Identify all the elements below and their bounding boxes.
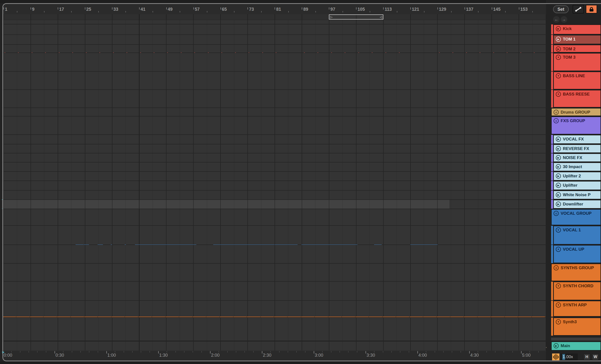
play-icon[interactable]: ▶: [556, 202, 561, 207]
track-header-bass-line[interactable]: ▼BASS LINE: [553, 72, 601, 89]
play-icon[interactable]: ▶: [556, 183, 561, 188]
track-header-drums-group[interactable]: ≡Drums GROUP: [551, 108, 601, 116]
width-zoom-button[interactable]: W: [592, 353, 599, 360]
track-header-main[interactable]: ▶Main: [551, 342, 601, 351]
track-header-synth3[interactable]: ▼Synth3: [553, 318, 601, 336]
forward-button[interactable]: →: [561, 16, 567, 23]
track-lane[interactable]: [2, 336, 546, 341]
play-icon[interactable]: ▶: [554, 343, 559, 348]
track-header-tom-1[interactable]: ▶TOM 1: [553, 35, 601, 44]
group-color-strip: [551, 162, 553, 171]
window-top-strip: [0, 0, 601, 3]
fold-icon[interactable]: ▼: [556, 319, 561, 324]
track-header-uplifter[interactable]: ▶Uplifter: [553, 181, 601, 190]
group-icon[interactable]: ≡: [554, 265, 559, 270]
track-lane[interactable]: [2, 342, 546, 351]
play-icon[interactable]: ▶: [556, 155, 561, 160]
track-header-vocal-up[interactable]: ▼VOCAL UP: [553, 245, 601, 263]
track-header-synths-group[interactable]: ≡SYNTHS GROUP: [551, 264, 601, 281]
track-header-white-noise-p[interactable]: ▶White Noise P: [553, 191, 601, 199]
height-zoom-button[interactable]: H: [583, 353, 590, 360]
track-header-bass-reese[interactable]: ▼BASS REESE: [553, 90, 601, 107]
track-lane[interactable]: [2, 209, 546, 225]
play-icon[interactable]: ▶: [556, 146, 561, 151]
track-header-reverse-fx[interactable]: ▶REVERSE FX: [553, 144, 601, 153]
panel-spacer: [551, 338, 601, 341]
play-icon[interactable]: ▶: [556, 192, 561, 197]
track-lane[interactable]: [2, 226, 546, 245]
track-name: VOCAL UP: [563, 247, 584, 252]
waveform-toggle-button[interactable]: [552, 353, 559, 360]
track-lane[interactable]: [2, 72, 546, 89]
track-lane[interactable]: [2, 301, 546, 317]
time-minor-tick: [11, 351, 11, 353]
track-header-fxs-group[interactable]: ≡FXS GROUP: [551, 117, 601, 134]
back-button[interactable]: ←: [553, 16, 560, 23]
track-lane[interactable]: [2, 108, 546, 116]
track-lane[interactable]: [2, 117, 546, 134]
track-lane[interactable]: [2, 318, 546, 336]
track-header-downlifter[interactable]: ▶Downlifter: [553, 200, 601, 209]
track-lane[interactable]: [2, 53, 546, 71]
bar-minor-tick: [370, 11, 370, 12]
time-tick: [55, 351, 55, 353]
group-icon[interactable]: ≡: [554, 211, 559, 216]
group-icon[interactable]: ≡: [554, 118, 559, 123]
play-icon[interactable]: ▶: [556, 164, 561, 169]
track-lane[interactable]: [2, 181, 546, 190]
track-lane[interactable]: [2, 144, 546, 153]
track-header-synth-chord[interactable]: ▼SYNTH CHORD: [553, 282, 601, 300]
scrub-area[interactable]: [2, 14, 546, 20]
lock-button[interactable]: [586, 5, 597, 13]
play-icon[interactable]: ▶: [556, 26, 561, 31]
track-header-vocal-1[interactable]: ▼VOCAL 1: [553, 226, 601, 245]
play-icon[interactable]: ▶: [556, 46, 561, 52]
track-lane[interactable]: [2, 153, 546, 162]
group-icon[interactable]: ≡: [554, 110, 559, 115]
track-lane[interactable]: [2, 191, 546, 199]
fold-icon[interactable]: ▼: [556, 73, 561, 78]
play-icon[interactable]: ▶: [556, 173, 561, 179]
track-lane[interactable]: [2, 282, 546, 300]
bar-tick: [465, 7, 465, 10]
track-name: 30 Impact: [563, 164, 582, 169]
track-header-uplifter-2[interactable]: ▶Uplifter 2: [553, 172, 601, 181]
group-color-strip: [551, 200, 553, 209]
fold-icon[interactable]: ▼: [556, 55, 561, 60]
track-lane[interactable]: [2, 162, 546, 171]
track-header-tom-3[interactable]: ▼TOM 3: [553, 53, 601, 71]
track-lane[interactable]: [2, 200, 449, 209]
track-lane[interactable]: [2, 245, 546, 263]
track-header-kick[interactable]: ▶Kick: [553, 24, 601, 34]
play-icon[interactable]: ▶: [556, 37, 561, 42]
time-ruler[interactable]: [3, 350, 546, 361]
track-lane[interactable]: [2, 264, 546, 281]
play-icon[interactable]: ▶: [556, 137, 561, 142]
time-minor-tick: [89, 351, 89, 353]
track-lane[interactable]: [2, 172, 546, 181]
group-color-strip: [551, 282, 553, 300]
track-header-synth-arp[interactable]: ▼SYNTH ARP: [553, 301, 601, 317]
track-header-tom-2[interactable]: ▶TOM 2: [553, 45, 601, 53]
track-name: Uplifter 2: [563, 174, 581, 179]
track-lane[interactable]: [2, 135, 546, 144]
track-lane[interactable]: [2, 45, 546, 53]
zoom-factor-field[interactable]: 1.00x: [561, 353, 578, 360]
track-header-vocal-fx[interactable]: ▶VOCAL FX: [553, 135, 601, 144]
fold-icon[interactable]: ▼: [556, 227, 561, 233]
track-lane[interactable]: [2, 20, 546, 24]
set-button[interactable]: Set: [553, 5, 569, 13]
fold-icon[interactable]: ▼: [556, 247, 561, 252]
draw-mode-button[interactable]: [573, 5, 584, 13]
track-header-vocal-group[interactable]: ≡VOCAL GROUP: [551, 209, 601, 225]
track-lane[interactable]: [2, 35, 546, 44]
track-lane[interactable]: [2, 24, 546, 34]
loop-brace[interactable]: ▷ ◁: [329, 14, 383, 20]
fold-icon[interactable]: ▼: [556, 302, 561, 308]
zoom-factor-highlight: 1: [562, 354, 565, 360]
track-header-30-impact[interactable]: ▶30 Impact: [553, 162, 601, 171]
track-header-noise-fx[interactable]: ▶NOISE FX: [553, 153, 601, 162]
track-lane[interactable]: [2, 90, 546, 107]
fold-icon[interactable]: ▼: [556, 92, 561, 97]
fold-icon[interactable]: ▼: [556, 283, 561, 289]
